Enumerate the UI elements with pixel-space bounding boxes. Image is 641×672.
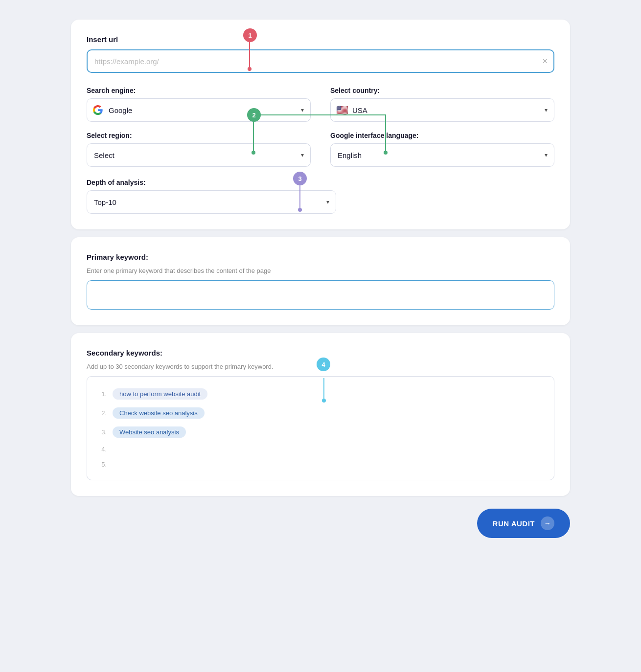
run-audit-label: RUN AUDIT [493, 519, 535, 528]
engine-country-grid: Search engine: Google [87, 87, 554, 167]
google-language-wrapper: English Spanish French ▾ [330, 143, 554, 167]
run-audit-arrow-icon: → [541, 516, 554, 530]
annotation-2-line-right [385, 114, 386, 154]
primary-keyword-subtitle: Enter one primary keyword that describes… [87, 267, 554, 274]
depth-section: 3 Depth of analysis: Top-10 Top-20 Top-3… [87, 179, 554, 214]
annotation-3: 3 [293, 172, 307, 185]
keyword-tag-3[interactable]: Website seo analysis [113, 426, 186, 438]
annotation-2-line [253, 114, 385, 115]
annotation-3-line [299, 185, 300, 212]
kw-num-3: 3. [97, 428, 107, 436]
annotation-4-line [323, 378, 324, 403]
svg-point-6 [384, 151, 388, 155]
keyword-item-4: 4. [97, 442, 544, 457]
svg-point-8 [298, 208, 302, 212]
search-engine-label: Search engine: [87, 87, 311, 94]
annotation-2: 2 [247, 108, 261, 122]
google-language-field: Google interface language: English Spani… [330, 132, 554, 167]
select-country-label: Select country: [330, 87, 554, 94]
keywords-list-box: 1. how to perform website audit 2. Check… [87, 376, 554, 480]
footer-row: RUN AUDIT → [71, 504, 570, 543]
select-region-select[interactable]: Select Northeast Midwest [87, 143, 311, 167]
annotation-1-line [249, 42, 250, 71]
select-region-wrapper: Select Northeast Midwest ▾ [87, 143, 311, 167]
url-label: Insert url [87, 35, 554, 44]
secondary-keywords-label: Secondary keywords: [87, 349, 554, 357]
page-container: 1 Insert url × 2 [61, 10, 580, 553]
url-input[interactable] [87, 49, 554, 73]
keyword-tag-2[interactable]: Check website seo analysis [113, 407, 205, 419]
kw-num-1: 1. [97, 390, 107, 398]
primary-keyword-label: Primary keyword: [87, 253, 554, 261]
keyword-tag-1[interactable]: how to perform website audit [113, 388, 207, 400]
secondary-keywords-card: 4 Secondary keywords: Add up to 30 secon… [71, 333, 570, 496]
url-settings-card: 1 Insert url × 2 [71, 20, 570, 229]
annotation-1: 1 [243, 28, 257, 42]
engine-country-row: 2 Search engine: [87, 87, 554, 167]
select-country-wrapper: 🇺🇸 USA UK Canada ▾ [330, 98, 554, 122]
kw-num-2: 2. [97, 409, 107, 417]
url-clear-button[interactable]: × [542, 57, 548, 66]
select-region-field: Select region: Select Northeast Midwest … [87, 132, 311, 167]
keyword-item-2: 2. Check website seo analysis [97, 403, 544, 423]
kw-num-4: 4. [97, 446, 107, 453]
svg-point-1 [248, 67, 252, 71]
primary-keyword-card: Primary keyword: Enter one primary keywo… [71, 237, 570, 325]
search-engine-field: Search engine: Google [87, 87, 311, 122]
search-engine-select[interactable]: Google Bing Yahoo [87, 98, 311, 122]
search-engine-select-wrapper: Google Bing Yahoo ▾ [87, 98, 311, 122]
primary-keyword-input[interactable] [87, 280, 554, 310]
annotation-4: 4 [317, 358, 330, 371]
kw-num-5: 5. [97, 461, 107, 468]
select-region-label: Select region: [87, 132, 311, 139]
google-language-select[interactable]: English Spanish French [330, 143, 554, 167]
url-section: 1 Insert url × [87, 35, 554, 73]
select-country-field: Select country: 🇺🇸 USA UK Canada ▾ [330, 87, 554, 122]
run-audit-button[interactable]: RUN AUDIT → [477, 509, 570, 538]
keyword-item-1: 1. how to perform website audit [97, 384, 544, 403]
svg-point-4 [252, 151, 255, 155]
keyword-item-3: 3. Website seo analysis [97, 423, 544, 442]
google-language-label: Google interface language: [330, 132, 554, 139]
select-country-select[interactable]: USA UK Canada [330, 98, 554, 122]
url-input-wrapper: × [87, 49, 554, 73]
keyword-item-5: 5. [97, 457, 544, 472]
svg-point-10 [322, 399, 326, 403]
